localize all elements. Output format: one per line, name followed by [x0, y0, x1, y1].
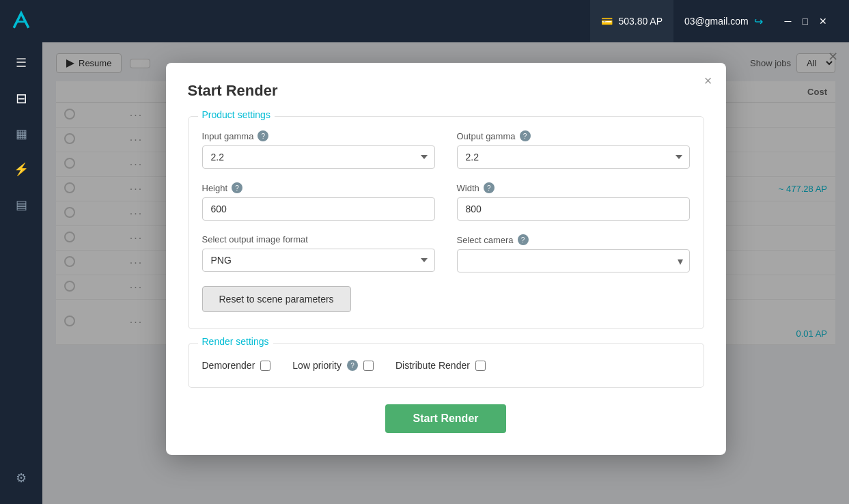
report-icon: ▤: [16, 197, 27, 212]
low-priority-check-item: Low priority ?: [292, 360, 374, 371]
logout-icon[interactable]: ↪: [754, 15, 763, 28]
minimize-button[interactable]: ─: [782, 16, 794, 27]
sidebar-nav: ☰ ⊟ ▦ ⚡ ▤: [0, 48, 42, 220]
camera-help-icon[interactable]: ?: [518, 234, 529, 245]
close-window-button[interactable]: ✕: [816, 16, 830, 27]
sidebar-item-list[interactable]: ⊟: [0, 83, 42, 113]
balance-icon: 💳: [601, 16, 613, 27]
output-gamma-help-icon[interactable]: ?: [520, 130, 531, 141]
list-icon: ⊟: [16, 90, 27, 107]
grid-icon: ▦: [16, 126, 27, 141]
output-gamma-select[interactable]: 2.2 1.0 sRGB: [457, 145, 690, 169]
user-section: 03@gmail.com ↪: [673, 0, 774, 42]
balance-section: 💳 503.80 AP: [590, 0, 673, 42]
input-gamma-label: Input gamma ?: [202, 130, 435, 141]
width-label: Width ?: [457, 182, 690, 193]
sidebar-item-settings[interactable]: ⚙: [16, 463, 27, 493]
output-format-select[interactable]: PNG JPEG EXR TGA: [202, 249, 435, 272]
demorender-checkbox[interactable]: [260, 361, 270, 371]
app-logo: [8, 7, 35, 34]
height-field: Height ?: [202, 182, 435, 221]
low-priority-checkbox[interactable]: [363, 361, 374, 371]
render-settings-legend: Render settings: [198, 336, 273, 347]
modal-close-button[interactable]: ×: [704, 74, 712, 87]
render-settings-section: Render settings Demorender Low priority …: [188, 343, 704, 388]
balance-amount: 503.80 AP: [618, 16, 663, 27]
camera-label: Select camera ?: [457, 234, 690, 245]
user-email: 03@gmail.com: [684, 16, 749, 27]
width-input[interactable]: [457, 197, 690, 221]
form-grid-product: Input gamma ? 2.2 1.0 sRGB: [202, 130, 690, 272]
distribute-label: Distribute Render: [395, 360, 470, 371]
distribute-checkbox[interactable]: [475, 361, 486, 371]
render-checkboxes: Demorender Low priority ? Distribute Ren…: [202, 357, 690, 371]
sidebar-item-menu[interactable]: ☰: [0, 48, 42, 78]
camera-input[interactable]: [457, 249, 690, 272]
sidebar-item-report[interactable]: ▤: [0, 190, 42, 220]
modal-overlay: Start Render × Product settings Input ga…: [42, 42, 849, 504]
sidebar-item-power[interactable]: ⚡: [0, 154, 42, 184]
low-priority-help-icon[interactable]: ?: [347, 360, 358, 371]
demorender-label: Demorender: [202, 360, 255, 371]
output-gamma-label: Output gamma ?: [457, 130, 690, 141]
window-controls: ─ □ ✕: [774, 10, 838, 32]
product-settings-section: Product settings Input gamma ? 2.2: [188, 116, 704, 329]
sidebar: ☰ ⊟ ▦ ⚡ ▤ ⚙: [0, 0, 42, 504]
power-icon: ⚡: [14, 162, 29, 177]
demorender-check-item: Demorender: [202, 360, 271, 371]
menu-icon: ☰: [16, 55, 27, 70]
distribute-check-item: Distribute Render: [395, 360, 486, 371]
topbar: 💳 503.80 AP 03@gmail.com ↪ ─ □ ✕: [42, 0, 849, 42]
output-gamma-field: Output gamma ? 2.2 1.0 sRGB: [457, 130, 690, 169]
product-settings-legend: Product settings: [198, 109, 275, 120]
height-label: Height ?: [202, 182, 435, 193]
input-gamma-help-icon[interactable]: ?: [258, 130, 268, 141]
sidebar-item-grid[interactable]: ▦: [0, 119, 42, 149]
maximize-button[interactable]: □: [800, 16, 811, 27]
reset-button[interactable]: Reset to scene parameters: [202, 286, 351, 312]
camera-field: Select camera ? ▾: [457, 234, 690, 272]
modal-title: Start Render: [188, 82, 704, 100]
width-help-icon[interactable]: ?: [484, 182, 495, 193]
height-help-icon[interactable]: ?: [232, 182, 242, 193]
height-input[interactable]: [202, 197, 435, 221]
gear-icon: ⚙: [16, 471, 27, 486]
modal-footer: Start Render: [188, 404, 704, 433]
content-area: ✕ Resume Show jobs All: [42, 42, 849, 504]
width-field: Width ?: [457, 182, 690, 221]
input-gamma-select[interactable]: 2.2 1.0 sRGB: [202, 145, 435, 169]
modal: Start Render × Product settings Input ga…: [166, 63, 726, 455]
output-format-label: Select output image format: [202, 234, 435, 244]
sidebar-bottom: ⚙: [16, 463, 27, 504]
input-gamma-field: Input gamma ? 2.2 1.0 sRGB: [202, 130, 435, 169]
output-format-field: Select output image format PNG JPEG EXR …: [202, 234, 435, 272]
main-content: 💳 503.80 AP 03@gmail.com ↪ ─ □ ✕ ✕ Resum…: [42, 0, 849, 504]
low-priority-label: Low priority: [292, 360, 342, 371]
start-render-button[interactable]: Start Render: [385, 404, 505, 433]
